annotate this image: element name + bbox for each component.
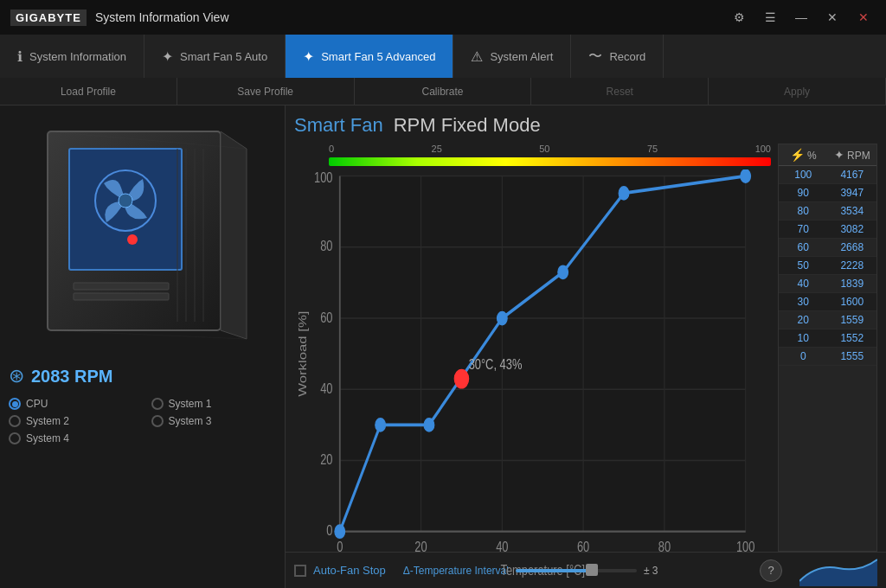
fan-selections: CPU System 1 System 2 System 3 System 4 [9, 398, 276, 444]
rpm-cell-rpm: 2228 [828, 257, 877, 274]
rpm-row-5: 502228 [779, 257, 876, 275]
svg-text:80: 80 [320, 238, 332, 254]
system1-label: System 1 [169, 398, 212, 410]
rpm-cell-pct: 100 [779, 166, 828, 183]
tab-record[interactable]: 〜 Record [571, 35, 664, 78]
svg-point-49 [454, 369, 468, 387]
app-title: System Information View [95, 10, 229, 24]
svg-text:40: 40 [320, 380, 332, 396]
svg-text:30°C, 43%: 30°C, 43% [469, 356, 523, 373]
rpm-cell-pct: 20 [779, 311, 828, 329]
svg-text:20: 20 [414, 538, 427, 554]
tab-system-alert[interactable]: ⚠ System Alert [453, 35, 571, 78]
smart-fan-title: Smart Fan [294, 114, 383, 137]
svg-point-43 [376, 419, 386, 431]
rpm-cell-pct: 30 [779, 293, 828, 310]
color-bar-labels: 0 25 50 75 100 [294, 144, 771, 154]
rpm-cell-rpm: 4167 [828, 166, 877, 183]
svg-marker-1 [221, 131, 247, 339]
record-icon: 〜 [588, 48, 602, 66]
tab-smart-fan-advanced[interactable]: ✦ Smart Fan 5 Advanced [286, 35, 453, 78]
svg-point-48 [741, 169, 751, 182]
rpm-row-2: 803534 [779, 202, 876, 220]
rpm-table-header: ⚡ % ✦ RPM [779, 144, 876, 166]
rpm-cell-pct: 0 [779, 348, 828, 365]
svg-point-44 [424, 419, 434, 431]
rpm-cell-rpm: 3082 [828, 220, 877, 238]
alert-icon: ⚠ [471, 48, 483, 65]
svg-point-6 [127, 234, 138, 245]
rpm-table: ⚡ % ✦ RPM 100416790394780353470308260266… [778, 144, 877, 552]
rpm-row-8: 201559 [779, 311, 876, 329]
tab-smart-fan-advanced-label: Smart Fan 5 Advanced [321, 50, 435, 63]
calibrate-button[interactable]: Calibrate [355, 78, 532, 105]
svg-text:60: 60 [320, 309, 332, 325]
svg-point-42 [335, 525, 345, 538]
maximize-button[interactable]: ✕ [820, 5, 844, 29]
nav-bar: ℹ System Information ✦ Smart Fan 5 Auto … [0, 35, 886, 78]
rpm-cell-pct: 10 [779, 329, 828, 347]
rpm-row-3: 703082 [779, 220, 876, 239]
svg-text:0: 0 [326, 522, 332, 539]
apply-button[interactable]: Apply [709, 78, 886, 105]
rpm-cell-pct: 50 [779, 257, 828, 274]
svg-point-5 [119, 194, 132, 208]
svg-text:80: 80 [658, 538, 671, 554]
chart-title: Smart Fan RPM Fixed Mode [294, 114, 877, 137]
tab-system-alert-label: System Alert [490, 50, 553, 63]
svg-text:Workload [%]: Workload [%] [296, 311, 309, 397]
wave-display [799, 555, 877, 586]
rpm-cell-pct: 70 [779, 220, 828, 238]
rpm-row-1: 903947 [779, 184, 876, 202]
title-controls: ⚙ ☰ — ✕ ✕ [727, 5, 876, 29]
slider-fill [516, 569, 588, 572]
close-button[interactable]: ✕ [851, 5, 876, 29]
temp-interval-slider[interactable] [516, 569, 637, 572]
gigabyte-logo: GIGABYTE [10, 10, 87, 26]
rpm-row-0: 1004167 [779, 166, 876, 184]
tab-smart-fan-auto[interactable]: ✦ Smart Fan 5 Auto [144, 35, 286, 78]
svg-point-45 [497, 311, 507, 324]
info-icon: ℹ [17, 48, 22, 65]
reset-button[interactable]: Reset [531, 78, 709, 105]
color-bar-row [294, 157, 771, 166]
fan-source-system4[interactable]: System 4 [9, 432, 134, 444]
fan-rpm-display: 2083 RPM [31, 367, 113, 387]
right-panel: Smart Fan RPM Fixed Mode 0 25 50 75 100 [286, 105, 886, 588]
tab-record-label: Record [609, 50, 645, 63]
rpm-row-9: 101552 [779, 329, 876, 348]
svg-text:60: 60 [577, 538, 589, 554]
rpm-cell-rpm: 1839 [828, 275, 877, 292]
fan-source-system3[interactable]: System 3 [151, 415, 277, 427]
fan-advanced-icon: ✦ [303, 48, 314, 65]
fan-chart[interactable]: 0 20 40 60 80 100 0 20 40 60 80 100 [294, 169, 771, 578]
fan-info: ⊛ 2083 RPM [9, 365, 276, 387]
tab-system-information[interactable]: ℹ System Information [0, 35, 144, 78]
minimize-button[interactable]: — [789, 5, 813, 29]
rpm-col-rpm-header: ✦ RPM [828, 144, 877, 165]
svg-point-46 [558, 265, 568, 278]
fan-source-system2[interactable]: System 2 [9, 415, 134, 427]
system2-label: System 2 [26, 415, 69, 427]
rpm-cell-rpm: 1552 [828, 329, 877, 347]
rpm-cell-rpm: 1600 [828, 293, 877, 310]
svg-rect-8 [74, 293, 169, 300]
svg-point-47 [619, 187, 629, 200]
rpm-rows: 1004167903947803534703082602668502228401… [779, 166, 876, 366]
fan-source-system1[interactable]: System 1 [151, 398, 277, 410]
rpm-cell-rpm: 2668 [828, 239, 877, 256]
settings-button[interactable]: ⚙ [727, 5, 751, 29]
title-bar: GIGABYTE System Information View ⚙ ☰ — ✕… [0, 0, 886, 35]
rpm-cell-pct: 80 [779, 202, 828, 220]
list-button[interactable]: ☰ [758, 5, 782, 29]
svg-text:40: 40 [496, 538, 508, 554]
rpm-cell-rpm: 1555 [828, 348, 877, 365]
cpu-label: CPU [26, 398, 48, 410]
load-profile-button[interactable]: Load Profile [0, 78, 177, 105]
tab-system-information-label: System Information [29, 50, 126, 63]
pc-illustration [22, 114, 264, 356]
fan-rpm-icon: ⊛ [9, 365, 24, 387]
fan-source-cpu[interactable]: CPU [9, 398, 134, 410]
save-profile-button[interactable]: Save Profile [177, 78, 355, 105]
slider-thumb[interactable] [586, 564, 598, 576]
